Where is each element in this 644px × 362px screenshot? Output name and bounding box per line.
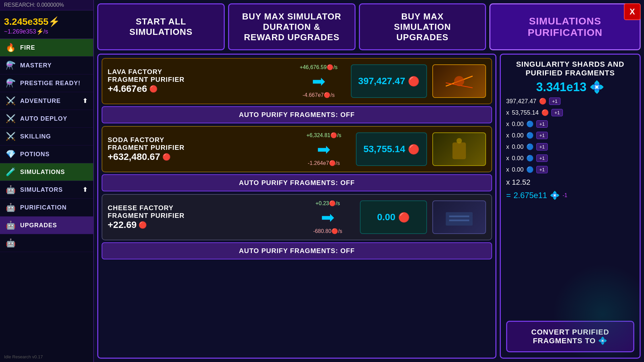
singularity-value-1: 397,427.47 — [506, 98, 536, 105]
soda-output-gem: 🔴 — [408, 144, 420, 155]
upgrades-icon: 🤖 — [5, 238, 16, 248]
singularity-row-4: x 0.00 🔵 +1 — [506, 131, 634, 140]
lava-thumbnail — [432, 64, 486, 98]
singularity-plus-5[interactable]: +1 — [536, 143, 548, 150]
singularity-total: 3.341e13 💠 — [506, 80, 634, 94]
sidebar-item-mastery[interactable]: ⚗️ Mastery — [0, 57, 93, 74]
soda-thumbnail — [432, 132, 486, 166]
svg-rect-7 — [449, 220, 469, 221]
top-bar: Start All Simulations Buy Max Simulator … — [97, 3, 641, 50]
svg-point-4 — [457, 138, 462, 143]
buy-max-duration-button[interactable]: Buy Max Simulator Duration & Reward Upgr… — [228, 3, 356, 50]
sidebar-label-simulators: Purification — [20, 204, 67, 211]
singularity-multiplier: x 12.52 — [506, 177, 634, 188]
singularity-gem-3: 🔵 — [526, 120, 534, 128]
singularity-plus-1[interactable]: +1 — [549, 98, 560, 105]
main-content: Start All Simulations Buy Max Simulator … — [94, 0, 644, 362]
singularity-minus-btn[interactable]: -1 — [562, 192, 567, 198]
sidebar-item-upgrades[interactable]: 🤖 — [0, 234, 93, 252]
sidebar-item-fire[interactable]: 🔥 Fire — [0, 39, 93, 57]
singularity-prefix-7: x — [506, 166, 509, 173]
singularity-plus-7[interactable]: +1 — [536, 166, 548, 173]
simulators-icon: 🤖 — [5, 203, 16, 212]
sidebar-label-auto-deploy: Skilling — [20, 133, 51, 140]
singularity-title: Singularity Shards andPurified Fragments — [506, 60, 634, 77]
lava-auto-purify-button[interactable]: Auto Purify Fragments: Off — [102, 106, 492, 123]
soda-visual — [442, 137, 476, 161]
sidebar-item-adventure[interactable]: ⚔️ Adventure ⬆ — [0, 92, 93, 110]
sidebar-item-simulators[interactable]: 🤖 Purification — [0, 199, 93, 217]
soda-rate-positive: +6,324.81🔴/s — [306, 132, 341, 138]
cheese-visual — [442, 205, 476, 229]
cheese-rate-negative: -680.80🔴/s — [313, 228, 342, 234]
singularity-row-3: x 0.00 🔵 +1 — [506, 120, 634, 128]
singularity-value-2: 53,755.14 — [512, 109, 539, 116]
soda-gem-icon: 🔴 — [162, 153, 171, 161]
singularity-prefix-3: x — [506, 121, 509, 128]
singularity-plus-4[interactable]: +1 — [536, 132, 548, 139]
sidebar-item-purification[interactable]: 🤖 Upgrades — [0, 217, 93, 234]
currency-display: 3.245e355⚡ ~1.269e353⚡/s — [0, 10, 93, 39]
research-label: RESEARCH: — [4, 2, 35, 8]
arena-icon: ⚔️ — [5, 114, 16, 123]
lava-purifier-rates: +46,676.59🔴/s ➡ -4.667e7🔴/s — [292, 64, 345, 98]
cheese-auto-purify-button[interactable]: Auto Purify Fragments: Off — [102, 242, 492, 259]
lava-visual — [442, 69, 476, 93]
sidebar-item-auto-deploy[interactable]: ⚔️ Skilling — [0, 128, 93, 145]
soda-purifier-rates: +6,324.81🔴/s ➡ -1.264e7🔴/s — [297, 132, 351, 166]
singularity-result-prefix: = — [506, 191, 511, 200]
singularity-prefix-6: x — [506, 155, 509, 162]
cheese-thumbnail — [432, 200, 486, 234]
singularity-gem-6: 🔵 — [526, 155, 534, 162]
simulations-nav-icon: 🤖 — [5, 185, 16, 194]
lava-rate-negative: -4.667e7🔴/s — [303, 92, 335, 98]
version-label: Idle Research v0.17 — [0, 352, 93, 362]
convert-button[interactable]: Convert PurifiedFragments to 💠 — [506, 321, 634, 352]
cheese-purifier-info: Cheese FactoryFragment Purifier +22.69 🔴 — [108, 204, 296, 230]
sidebar-label-adventure: Adventure — [20, 98, 61, 105]
cheese-output-gem: 🔴 — [398, 212, 410, 223]
lava-purifier-info: Lava FactoryFragment Purifier +4.667e6 🔴 — [108, 68, 286, 94]
soda-auto-purify-button[interactable]: Auto Purify Fragments: Off — [102, 174, 492, 191]
currency-symbol: ⚡ — [48, 16, 60, 27]
singularity-gem-1: 🔴 — [539, 98, 546, 105]
close-button[interactable]: X — [624, 3, 641, 20]
buy-max-upgrades-button[interactable]: Buy Max Simulation Upgrades — [359, 3, 486, 50]
singularity-result: = 2.675e11 💠 -1 — [506, 191, 634, 200]
sidebar-label-mastery: Mastery — [20, 62, 52, 69]
cheese-purifier-rates: +0.23🔴/s ➡ -680.80🔴/s — [301, 200, 355, 234]
singularity-result-value: 2.675e11 — [514, 191, 547, 200]
cheese-purifier-output: 0.00 🔴 — [360, 200, 427, 234]
sidebar-label-potions: Simulations — [20, 169, 65, 176]
lava-gem-icon: 🔴 — [149, 85, 158, 93]
singularity-result-icon: 💠 — [550, 191, 560, 200]
sidebar-item-skilling[interactable]: 💎 Potions — [0, 145, 93, 163]
cheese-arrow-icon: ➡ — [321, 208, 334, 227]
sidebar-item-potions[interactable]: 🧪 Simulations — [0, 163, 93, 181]
soda-purifier-value: +632,480.67 🔴 — [108, 152, 291, 162]
simulations-purification-button[interactable]: Simulations Purification — [489, 3, 641, 50]
potions-icon: 🧪 — [5, 167, 16, 177]
currency-amount: 3.245e355⚡ — [4, 14, 89, 28]
sidebar-label-purification: Upgrades — [20, 222, 57, 229]
fire-icon: 🔥 — [5, 43, 16, 52]
currency-rate: ~1.269e353⚡/s — [4, 28, 89, 35]
research-bar: RESEARCH: 0.000000% — [0, 0, 93, 10]
soda-purifier-info: Soda FactoryFragment Purifier +632,480.6… — [108, 136, 291, 162]
start-all-simulations-button[interactable]: Start All Simulations — [97, 3, 225, 50]
lava-rate-positive: +46,676.59🔴/s — [300, 64, 337, 70]
singularity-row-5: x 0.00 🔵 +1 — [506, 142, 634, 151]
singularity-plus-2[interactable]: +1 — [551, 109, 563, 116]
sidebar-item-prestige[interactable]: ⚗️ Prestige Ready! — [0, 74, 93, 92]
sidebar-item-arena[interactable]: ⚔️ Auto Deploy — [0, 110, 93, 128]
singularity-prefix-5: x — [506, 143, 509, 150]
singularity-plus-6[interactable]: +1 — [536, 155, 548, 162]
lava-purifier-name: Lava FactoryFragment Purifier — [108, 68, 286, 83]
soda-purifier-output: 53,755.14 🔴 — [356, 132, 427, 166]
sidebar-item-simulations[interactable]: 🤖 Simulators ⬆ — [0, 181, 93, 199]
cheese-purifier-value: +22.69 🔴 — [108, 220, 296, 230]
singularity-row-6: x 0.00 🔵 +1 — [506, 154, 634, 163]
singularity-plus-3[interactable]: +1 — [536, 120, 548, 128]
auto-deploy-icon: ⚔️ — [5, 132, 16, 141]
soda-rate-negative: -1.264e7🔴/s — [308, 160, 340, 166]
